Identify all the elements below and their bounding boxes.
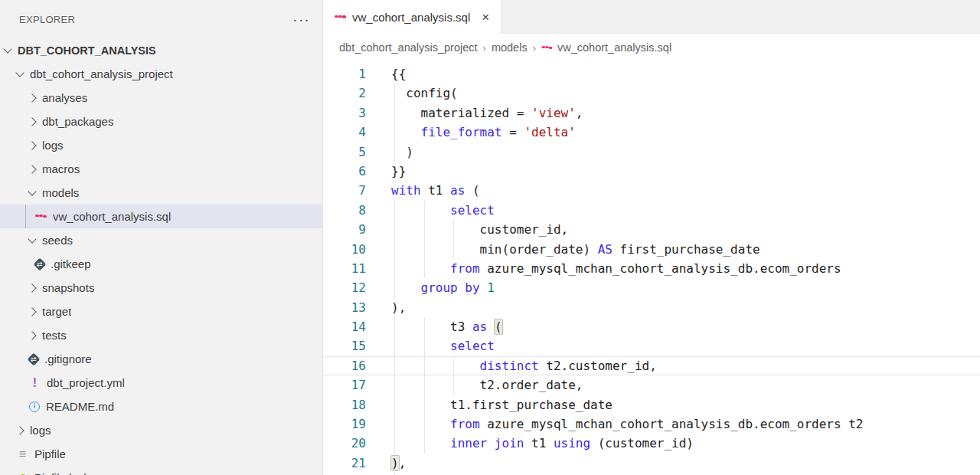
tree-item-dbt-packages[interactable]: dbt_packages xyxy=(0,110,322,133)
tab-bar: vw_cohort_analysis.sql × xyxy=(323,0,980,34)
line-number: 5 xyxy=(323,142,366,162)
chevron-right-icon[interactable] xyxy=(28,117,36,126)
code-line-21[interactable]: 21), xyxy=(323,454,980,473)
indent-guide xyxy=(424,356,425,375)
code-line-10[interactable]: 10 min(order_date) AS first_purchase_dat… xyxy=(323,240,980,259)
chevron-right-icon[interactable] xyxy=(15,426,24,434)
indent-guide xyxy=(424,375,425,395)
tree-item-pipfile[interactable]: ≡Pipfile xyxy=(0,442,322,466)
tree-item-logs[interactable]: logs xyxy=(0,133,322,157)
chevron-right-icon[interactable] xyxy=(28,283,36,292)
tree-item-label: logs xyxy=(42,139,64,152)
more-actions-icon[interactable]: ··· xyxy=(292,15,310,23)
tree-item-macros[interactable]: macros xyxy=(0,157,322,181)
tree-item-models[interactable]: models xyxy=(0,181,322,205)
line-number: 6 xyxy=(323,162,366,181)
tab-title: vw_cohort_analysis.sql xyxy=(352,11,470,24)
code-line-content: with t1 as ( xyxy=(366,181,980,200)
line-number: 2 xyxy=(323,84,366,103)
tree-item-analyses[interactable]: analyses xyxy=(0,86,322,110)
tree-item-tests[interactable]: tests xyxy=(0,323,322,347)
chevron-down-icon[interactable] xyxy=(15,68,24,77)
vscode-window: EXPLORER ··· DBT_COHORT_ANALYSISdbt_coho… xyxy=(0,0,980,475)
chevron-right-icon[interactable] xyxy=(28,331,36,339)
tree-item-dbt-cohort-analysis-project[interactable]: dbt_cohort_analysis_project xyxy=(0,62,322,86)
code-line-17[interactable]: 17 t2.order_date, xyxy=(323,375,980,395)
line-number: 17 xyxy=(323,375,366,395)
line-number: 12 xyxy=(323,278,366,297)
code-editor[interactable]: 1{{2 config(3 materialized = 'view',4 fi… xyxy=(323,61,980,475)
line-number: 13 xyxy=(323,298,366,317)
code-line-15[interactable]: 15 select xyxy=(323,336,980,355)
code-line-3[interactable]: 3 materialized = 'view', xyxy=(323,103,980,123)
database-icon xyxy=(35,211,47,222)
indent-guide xyxy=(394,240,395,259)
code-line-1[interactable]: 1{{ xyxy=(323,64,980,84)
chevron-right-icon[interactable] xyxy=(28,141,36,149)
code-line-18[interactable]: 18 t1.first_purchase_date xyxy=(323,395,980,414)
chevron-down-icon[interactable] xyxy=(28,234,36,243)
tree-item-label: macros xyxy=(42,162,80,175)
tree-item-dbt-cohort-analysis[interactable]: DBT_COHORT_ANALYSIS xyxy=(0,38,322,62)
database-icon xyxy=(335,11,346,23)
code-line-12[interactable]: 12 group by 1 xyxy=(323,278,980,297)
tree-item-seeds[interactable]: seeds xyxy=(0,228,322,252)
indent-guide xyxy=(394,356,395,375)
indent-guide xyxy=(453,356,454,375)
tree-item-logs[interactable]: logs xyxy=(0,418,322,442)
tree-item-readme-md[interactable]: iREADME.md xyxy=(0,395,322,418)
tree-item-gitkeep[interactable]: ⇄.gitkeep xyxy=(0,252,322,276)
line-number: 1 xyxy=(323,64,366,84)
chevron-down-icon[interactable] xyxy=(28,187,36,195)
code-line-14[interactable]: 14 t3 as ( xyxy=(323,317,980,336)
chevron-down-icon[interactable] xyxy=(3,44,11,53)
code-line-5[interactable]: 5 ) xyxy=(323,142,980,162)
info-icon: i xyxy=(29,401,40,412)
explorer-sidebar: EXPLORER ··· DBT_COHORT_ANALYSISdbt_coho… xyxy=(0,0,323,475)
line-number: 19 xyxy=(323,414,366,434)
chevron-right-icon[interactable] xyxy=(28,165,36,173)
tree-item-label: .gitignore xyxy=(44,352,92,365)
tree-item-snapshots[interactable]: snapshots xyxy=(0,276,322,300)
tree-item-target[interactable]: target xyxy=(0,300,322,323)
breadcrumb-project[interactable]: dbt_cohort_analysis_project xyxy=(339,41,478,54)
breadcrumb-models[interactable]: models xyxy=(492,41,528,54)
code-line-4[interactable]: 4 file_format = 'delta' xyxy=(323,123,980,142)
lines-icon: ≡ xyxy=(17,448,28,460)
breadcrumb-file[interactable]: vw_cohort_analysis.sql xyxy=(557,41,671,54)
line-number: 7 xyxy=(323,181,366,200)
indent-guide xyxy=(424,201,425,220)
code-line-8[interactable]: 8 select xyxy=(323,201,980,220)
close-icon[interactable]: × xyxy=(482,11,489,23)
code-line-content: materialized = 'view', xyxy=(366,103,980,123)
line-number: 14 xyxy=(323,317,366,336)
code-line-13[interactable]: 13), xyxy=(323,298,980,317)
tree-item-label: analyses xyxy=(42,91,87,104)
indent-guide xyxy=(394,336,395,355)
tree-item-gitignore[interactable]: ⇄.gitignore xyxy=(0,347,322,371)
tree-item-dbt-project-yml[interactable]: !dbt_project.yml xyxy=(0,371,322,395)
tree-item-pipfile-lock[interactable]: {}Pipfile.lock xyxy=(0,466,322,475)
code-line-6[interactable]: 6}} xyxy=(323,162,980,181)
line-number: 16 xyxy=(323,356,366,375)
code-line-16[interactable]: 16 distinct t2.customer_id, xyxy=(323,356,980,375)
code-line-2[interactable]: 2 config( xyxy=(323,84,980,103)
tab-vw-cohort-analysis-sql[interactable]: vw_cohort_analysis.sql × xyxy=(323,0,501,34)
code-line-19[interactable]: 19 from azure_mysql_mchan_cohort_analysi… xyxy=(323,414,980,434)
indent-guide xyxy=(394,375,395,395)
code-line-content: from azure_mysql_mchan_cohort_analysis_d… xyxy=(366,259,980,278)
tree-item-label: target xyxy=(42,305,71,318)
code-line-7[interactable]: 7with t1 as ( xyxy=(323,181,980,200)
indent-guide xyxy=(424,434,425,453)
code-line-9[interactable]: 9 customer_id, xyxy=(323,220,980,239)
breadcrumb: dbt_cohort_analysis_project › models › v… xyxy=(323,34,980,61)
chevron-right-icon[interactable] xyxy=(28,93,36,102)
code-line-content: group by 1 xyxy=(366,278,980,297)
chevron-right-icon[interactable] xyxy=(28,307,36,316)
tree-item-vw-cohort-analysis-sql[interactable]: vw_cohort_analysis.sql xyxy=(0,205,322,228)
indent-guide xyxy=(424,240,425,259)
code-line-20[interactable]: 20 inner join t1 using (customer_id) xyxy=(323,434,980,453)
code-line-11[interactable]: 11 from azure_mysql_mchan_cohort_analysi… xyxy=(323,259,980,278)
indent-guide xyxy=(394,317,395,336)
code-line-content: {{ xyxy=(366,64,980,84)
